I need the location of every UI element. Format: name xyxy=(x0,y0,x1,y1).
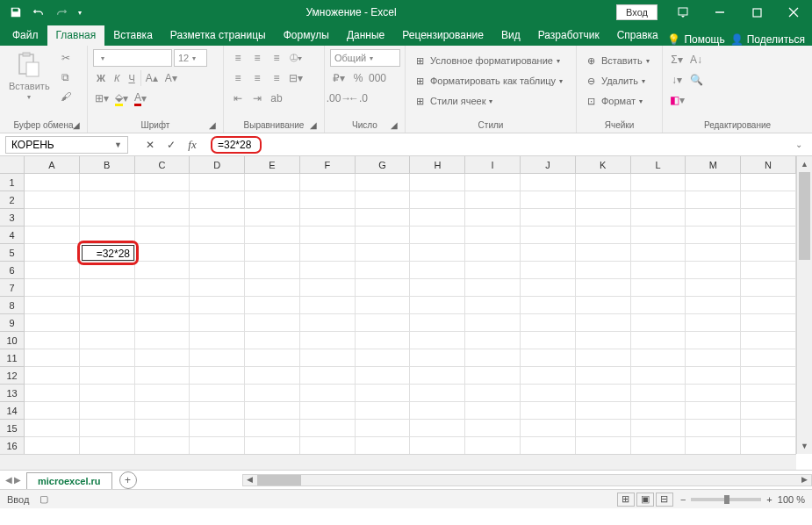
decrease-indent-button[interactable]: ⇤ xyxy=(229,90,247,107)
cell[interactable] xyxy=(356,191,411,209)
merge-button[interactable]: ⊟▾ xyxy=(287,69,305,87)
cell[interactable] xyxy=(521,244,576,262)
number-format-combo[interactable]: Общий▾ xyxy=(330,49,400,67)
cell[interactable] xyxy=(686,349,741,367)
cell[interactable] xyxy=(135,385,190,402)
cell[interactable] xyxy=(245,209,300,227)
format-painter-button[interactable]: 🖌 xyxy=(57,88,75,105)
cell[interactable] xyxy=(25,191,80,209)
cell[interactable] xyxy=(410,279,465,297)
cell[interactable] xyxy=(356,367,411,385)
dialog-launcher-icon[interactable]: ◢ xyxy=(207,120,218,131)
cell[interactable] xyxy=(741,332,796,349)
cell[interactable] xyxy=(80,437,135,455)
row-header[interactable]: 13 xyxy=(0,385,24,402)
cell[interactable] xyxy=(741,420,796,437)
view-layout-button[interactable]: ▣ xyxy=(636,493,654,507)
cell[interactable] xyxy=(190,385,245,402)
cell[interactable] xyxy=(245,314,300,332)
row-header[interactable]: 10 xyxy=(0,332,24,349)
cell[interactable] xyxy=(80,332,135,349)
cell[interactable] xyxy=(576,402,631,420)
bold-button[interactable]: Ж xyxy=(93,69,109,87)
row-header[interactable]: 5 xyxy=(0,244,24,262)
cell[interactable] xyxy=(631,297,686,314)
scroll-left-icon[interactable]: ◀ xyxy=(247,475,253,484)
cell[interactable] xyxy=(135,332,190,349)
cell[interactable] xyxy=(465,385,521,402)
accounting-format-button[interactable]: ₽▾ xyxy=(330,69,348,87)
cell[interactable] xyxy=(631,191,686,209)
cell[interactable] xyxy=(80,209,135,227)
cell[interactable] xyxy=(135,174,190,191)
insert-cells-button[interactable]: ⊕Вставить▾ xyxy=(582,53,651,68)
dialog-launcher-icon[interactable]: ◢ xyxy=(308,120,319,131)
login-button[interactable]: Вход xyxy=(616,4,658,20)
insert-function-button[interactable]: fх xyxy=(183,135,202,155)
cell[interactable] xyxy=(465,191,521,209)
row-header[interactable]: 6 xyxy=(0,262,24,279)
column-header[interactable]: L xyxy=(631,156,686,173)
select-all-corner[interactable] xyxy=(0,156,25,174)
cell[interactable] xyxy=(300,244,356,262)
cell[interactable] xyxy=(410,227,465,244)
cell[interactable] xyxy=(686,244,741,262)
cell[interactable] xyxy=(410,191,465,209)
cell[interactable] xyxy=(300,191,356,209)
cell[interactable] xyxy=(190,209,245,227)
row-header[interactable]: 2 xyxy=(0,191,24,209)
cell[interactable] xyxy=(741,174,796,191)
row-header[interactable]: 7 xyxy=(0,279,24,297)
active-cell[interactable]: =32*28 xyxy=(82,245,134,261)
cell[interactable] xyxy=(576,437,631,455)
cell[interactable] xyxy=(245,279,300,297)
column-header[interactable]: D xyxy=(190,156,245,173)
zoom-out-button[interactable]: − xyxy=(680,494,686,505)
cell[interactable] xyxy=(80,402,135,420)
view-break-button[interactable]: ⊟ xyxy=(656,493,673,507)
cell[interactable] xyxy=(576,244,631,262)
cell[interactable] xyxy=(245,367,300,385)
row-header[interactable]: 16 xyxy=(0,437,24,455)
cell[interactable] xyxy=(631,314,686,332)
cell[interactable] xyxy=(135,402,190,420)
tab-view[interactable]: Вид xyxy=(492,25,529,46)
cell[interactable] xyxy=(190,297,245,314)
cell[interactable] xyxy=(741,349,796,367)
row-header[interactable]: 9 xyxy=(0,314,24,332)
cell[interactable] xyxy=(686,227,741,244)
column-header[interactable]: J xyxy=(521,156,576,173)
cell[interactable] xyxy=(521,279,576,297)
cell[interactable] xyxy=(576,209,631,227)
cell[interactable] xyxy=(410,367,465,385)
cell[interactable] xyxy=(521,402,576,420)
cell[interactable] xyxy=(25,262,80,279)
cell[interactable] xyxy=(25,349,80,367)
cell[interactable] xyxy=(521,420,576,437)
cell[interactable] xyxy=(521,191,576,209)
font-name-combo[interactable]: ▾ xyxy=(93,49,172,67)
add-sheet-button[interactable]: + xyxy=(119,471,137,489)
cell[interactable] xyxy=(80,420,135,437)
cell[interactable] xyxy=(521,262,576,279)
copy-button[interactable]: ⧉ xyxy=(57,68,75,86)
cell[interactable] xyxy=(521,227,576,244)
ribbon-options-button[interactable] xyxy=(665,0,701,25)
cell[interactable] xyxy=(576,174,631,191)
cell[interactable] xyxy=(741,402,796,420)
row-header[interactable]: 4 xyxy=(0,227,24,244)
cell[interactable] xyxy=(245,437,300,455)
cell[interactable] xyxy=(356,385,411,402)
cell[interactable] xyxy=(356,297,411,314)
scroll-right-icon[interactable]: ▶ xyxy=(801,475,808,484)
cell[interactable] xyxy=(25,437,80,455)
cut-button[interactable]: ✂ xyxy=(57,49,75,67)
cell[interactable] xyxy=(465,349,521,367)
cell[interactable] xyxy=(576,297,631,314)
cell[interactable] xyxy=(686,209,741,227)
format-as-table-button[interactable]: ⊞Форматировать как таблицу▾ xyxy=(411,73,564,89)
cell[interactable] xyxy=(135,279,190,297)
cell[interactable] xyxy=(521,367,576,385)
horizontal-scrollbar[interactable]: ◀ ▶ xyxy=(242,474,812,486)
italic-button[interactable]: К xyxy=(111,69,123,87)
